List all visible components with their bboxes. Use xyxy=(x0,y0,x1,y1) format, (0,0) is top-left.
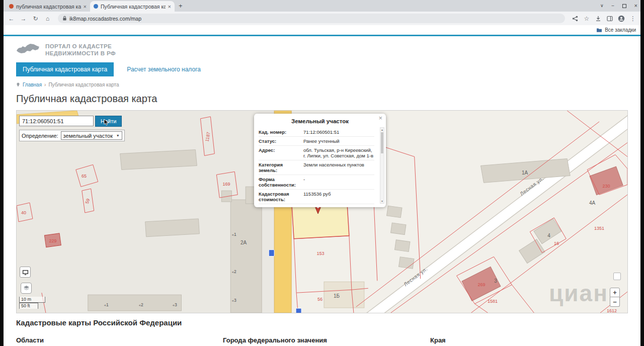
browser-window: публичная кадастровая ка × Публичная кад… xyxy=(4,0,640,346)
site-logo-icon xyxy=(16,42,40,57)
url-text: ik8map.roscadastres.com/map xyxy=(69,16,141,22)
popup-rows: Кад. номер:71:12:060501:51Статус:Ранее у… xyxy=(259,128,374,207)
minimize-icon[interactable]: – xyxy=(612,4,614,8)
pin-icon xyxy=(16,82,20,88)
site-page: ПОРТАЛ О КАДАСТРЕ НЕДВИЖИМОСТИ В РФ Публ… xyxy=(4,36,640,346)
tab-strip: публичная кадастровая ка × Публичная кад… xyxy=(4,0,640,12)
tab-close-icon[interactable]: × xyxy=(168,4,171,10)
popup-title: Земельный участок xyxy=(259,118,381,124)
map-search-bar: Найти xyxy=(19,116,122,127)
mouse-cursor-icon xyxy=(104,119,109,126)
tab-title: Публичная кадастровая ка xyxy=(101,4,166,10)
popup-row-value: 600 кв.м xyxy=(303,206,322,207)
scroll-up-icon[interactable]: ▲ xyxy=(380,128,384,131)
footer-col-krais[interactable]: Края xyxy=(430,336,446,344)
home-button[interactable]: ⌂ xyxy=(44,15,51,22)
reload-button[interactable]: ↻ xyxy=(32,15,39,22)
definition-select[interactable]: земельный участок ▼ xyxy=(61,131,122,140)
layers-button[interactable] xyxy=(21,283,32,294)
search-input[interactable] xyxy=(19,116,94,126)
browser-tab-1[interactable]: публичная кадастровая ка × xyxy=(6,1,90,12)
road-sign-icon xyxy=(296,308,301,313)
popup-row: Адрес:обл. Тульская, р-н Киреевский, г. … xyxy=(259,145,374,160)
breadcrumb: Главная › Публичная кадастровая карта xyxy=(16,82,628,88)
popup-row: Статус:Ранее учтенный xyxy=(259,136,374,145)
scrollbar-thumb[interactable] xyxy=(381,132,383,153)
select-arrow-icon: ▼ xyxy=(116,134,120,137)
popup-row-value: обл. Тульская, р-н Киреевский, г. Липки,… xyxy=(303,147,374,158)
breadcrumb-current: Публичная кадастровая карта xyxy=(48,82,119,88)
tab-favicon xyxy=(9,4,14,9)
zoom-control: + − xyxy=(610,288,620,307)
popup-row-label: Форма собственности: xyxy=(259,177,301,188)
popup-row-value: Ранее учтенный xyxy=(303,138,340,144)
site-header: ПОРТАЛ О КАДАСТРЕ НЕДВИЖИМОСТИ В РФ xyxy=(16,36,628,57)
road-sign-icon xyxy=(269,250,274,256)
popup-row-value: 1153536 руб xyxy=(303,191,331,202)
page-title: Публичная кадастровая карта xyxy=(16,93,628,105)
popup-close-icon[interactable]: × xyxy=(378,115,382,121)
side-panel-icon[interactable] xyxy=(606,15,613,22)
definition-filter: Определение: земельный участок ▼ xyxy=(19,130,125,141)
browser-tab-2[interactable]: Публичная кадастровая ка × xyxy=(90,1,175,12)
parcel-info-popup: × Земельный участок Кад. номер:71:12:060… xyxy=(254,114,386,207)
nav-tab-land-tax[interactable]: Расчет земельного налога xyxy=(127,66,201,73)
tab-title: публичная кадастровая ка xyxy=(16,4,81,10)
all-bookmarks-label[interactable]: Все закладки xyxy=(605,27,636,33)
zoom-in-button[interactable]: + xyxy=(610,288,620,297)
window-controls: ∨ – × xyxy=(600,0,637,12)
search-button[interactable]: Найти xyxy=(95,116,122,127)
popup-row-label: Категория земель: xyxy=(259,162,301,173)
footer-col-federal-cities[interactable]: Города федерального значения xyxy=(223,336,327,344)
fullscreen-button[interactable] xyxy=(20,267,31,278)
breadcrumb-separator: › xyxy=(44,82,46,88)
screen-icon xyxy=(22,269,29,276)
footer-col-regions[interactable]: Области xyxy=(16,336,44,344)
filter-label: Определение: xyxy=(22,133,58,139)
tab-close-icon[interactable]: × xyxy=(84,4,87,10)
chevron-down-icon[interactable]: ∨ xyxy=(600,4,604,8)
share-icon[interactable] xyxy=(572,15,579,22)
site-nav: Публичная кадастровая карта Расчет земел… xyxy=(16,62,628,76)
close-icon[interactable]: × xyxy=(634,4,637,8)
popup-row-value: 71:12:060501:51 xyxy=(303,129,339,135)
attribution-button[interactable] xyxy=(613,273,621,280)
menu-kebab-icon[interactable]: ⋮ xyxy=(629,15,636,22)
back-button[interactable]: ← xyxy=(8,15,15,22)
lock-icon xyxy=(62,16,67,21)
popup-row-label: Кадастровая стоимость: xyxy=(259,191,301,202)
breadcrumb-home-link[interactable]: Главная xyxy=(23,82,42,88)
popup-row: Форма собственности:- xyxy=(259,175,374,189)
popup-row: Категория земель:Земли населенных пункто… xyxy=(259,160,374,175)
forward-button[interactable]: → xyxy=(20,15,27,22)
avatar[interactable] xyxy=(618,15,625,22)
browser-toolbar: ← → ↻ ⌂ ik8map.roscadastres.com/map ☆ ⋮ xyxy=(4,12,640,25)
folder-icon[interactable] xyxy=(596,28,602,33)
scale-imperial: 50 ft xyxy=(19,303,38,309)
zoom-out-button[interactable]: − xyxy=(610,297,620,307)
footer-title: Кадастровые карты Российской Федерации xyxy=(16,318,628,327)
popup-row-value: Земли населенных пунктов xyxy=(303,162,364,173)
layers-icon xyxy=(23,285,30,292)
new-tab-button[interactable]: + xyxy=(179,2,183,10)
address-bar[interactable]: ik8map.roscadastres.com/map xyxy=(58,14,565,23)
selected-option: земельный участок xyxy=(63,133,113,139)
download-icon[interactable] xyxy=(595,15,602,22)
popup-scrollbar[interactable]: ▲ ▼ xyxy=(380,127,384,204)
scroll-down-icon[interactable]: ▼ xyxy=(380,200,384,203)
popup-row-value: - xyxy=(303,177,305,188)
site-title: ПОРТАЛ О КАДАСТРЕ НЕДВИЖИМОСТИ В РФ xyxy=(45,43,116,57)
scale-metric: 10 m xyxy=(19,297,45,303)
popup-row: Уточненная площадь:600 кв.м xyxy=(259,204,374,207)
bookmarks-bar: Все закладки xyxy=(4,25,640,35)
tab-favicon xyxy=(94,4,98,9)
footer-columns: Области Города федерального значения Кра… xyxy=(16,336,628,346)
nav-tab-public-map[interactable]: Публичная кадастровая карта xyxy=(16,62,114,76)
popup-row: Кад. номер:71:12:060501:51 xyxy=(259,128,374,136)
popup-row: Кадастровая стоимость:1153536 руб xyxy=(259,189,374,204)
popup-row-label: Адрес: xyxy=(259,147,301,158)
map-container[interactable]: 65594022916911872А◂1◂2◂3◂1◂2◂3153561Б1А2… xyxy=(16,110,628,313)
maximize-icon[interactable] xyxy=(622,4,626,8)
popup-row-label: Кад. номер: xyxy=(259,129,301,135)
bookmark-star-icon[interactable]: ☆ xyxy=(583,15,590,22)
